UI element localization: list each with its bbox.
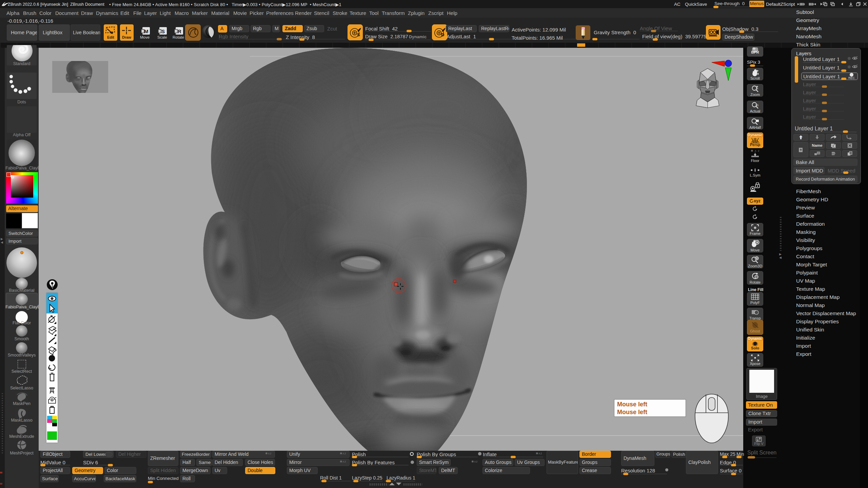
svg-text:Y: Y [755, 208, 757, 211]
svg-text:x1: x1 [755, 103, 759, 107]
svg-text:Z: Z [755, 216, 757, 219]
